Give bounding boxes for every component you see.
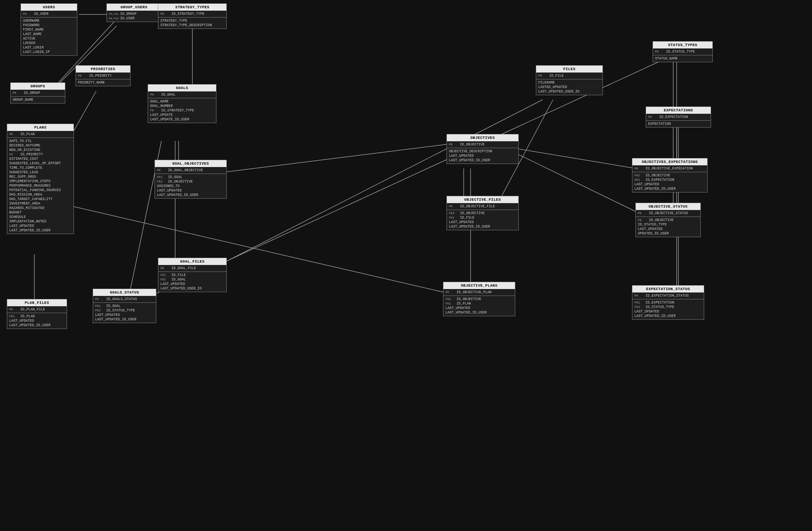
- table-goals-status: GOALS_STATUS PKID_GOALS_STATUS FK1ID_GOA…: [93, 289, 156, 323]
- table-files: FILES PKID_FILE FILENAME LASTED_UPDATED …: [536, 65, 603, 95]
- svg-line-9: [512, 148, 635, 168]
- table-plans: PLANS PKID_PLAN GAPS_TO_FIL DESIRED_OUTC…: [7, 124, 74, 234]
- svg-line-6: [227, 144, 447, 172]
- table-expectation-status: EXPECTATION_STATUS PKID_EXPECTATION_STAT…: [632, 285, 704, 320]
- table-objectives-expectations-header: OBJECTIVES_EXPECTATIONS: [632, 158, 707, 165]
- table-objectives-expectations: OBJECTIVES_EXPECTATIONS PKID_OBJECTIVE_E…: [632, 158, 708, 192]
- table-objectives-header: OBJECTIVES: [447, 134, 518, 141]
- table-objective-plans-header: OBJECTIVE_PLANS: [443, 282, 515, 289]
- table-goals-header: GOALS: [148, 85, 216, 91]
- table-objective-files-header: OBJECTIVE_FILES: [447, 196, 518, 203]
- table-goals: GOALS PKID_GOAL GOAL_NAME GOAL_NUMBER FK…: [148, 84, 216, 123]
- table-groups-header: GROUPS: [11, 83, 65, 90]
- table-expectations: EXPECTATIONS PKID_EXPECTATION EXPECTATIO…: [646, 107, 711, 128]
- table-files-header: FILES: [536, 66, 602, 73]
- table-goal-objectives-header: GOAL_OBJECTIVES: [155, 160, 226, 167]
- table-plans-header: PLANS: [7, 124, 74, 131]
- table-objective-status: OBJECTIVE_STATUS PKID_OBJECTIVE_STATUS F…: [635, 203, 701, 237]
- table-goals-status-header: GOALS_STATUS: [93, 289, 156, 296]
- table-group-users: GROUP_USERS PK,FK1ID_GROUP PK,FK2ID_USER: [106, 3, 161, 22]
- table-plan-files: PLAN_FILES PKID_PLAN_FILE FK1ID_PLAN LAS…: [7, 299, 67, 329]
- svg-line-12: [220, 100, 543, 265]
- table-status-types-header: STATUS_TYPES: [653, 42, 712, 48]
- table-groups: GROUPS PKID_GROUP GROUP_NAME: [10, 82, 65, 103]
- table-strategy-types-header: STRATEGY_TYPES: [158, 4, 226, 11]
- table-priorities: PRIORITIES PKID_PRIORITY PRIORITY_NAME: [76, 65, 131, 86]
- table-goal-objectives: GOAL_OBJECTIVES PKID_GOAL_OBJECTIVE FK1I…: [155, 160, 227, 199]
- er-diagram: USERS PKID_USER USERNAME PASSWORD FIRST_…: [0, 0, 812, 531]
- svg-line-19: [72, 206, 443, 292]
- svg-line-10: [512, 151, 639, 213]
- table-plan-files-header: PLAN_FILES: [7, 299, 67, 306]
- table-expectation-status-header: EXPECTATION_STATUS: [632, 286, 704, 292]
- table-expectations-header: EXPECTATIONS: [646, 107, 711, 114]
- table-objective-plans: OBJECTIVE_PLANS PKID_OBJECTIVE_PLAN FK2I…: [443, 282, 515, 316]
- table-objective-status-header: OBJECTIVE_STATUS: [636, 203, 700, 210]
- table-priorities-header: PRIORITIES: [76, 66, 130, 73]
- table-objectives: OBJECTIVES PKID_OBJECTIVE OBJECTIVE_DESC…: [447, 134, 519, 164]
- table-group-users-header: GROUP_USERS: [107, 4, 161, 11]
- table-users-header: USERS: [21, 4, 77, 11]
- table-status-types: STATUS_TYPES PKID_STATUS_TYPE STATUS_NAM…: [653, 41, 713, 62]
- table-objective-files: OBJECTIVE_FILES PKID_OBJECTIVE_FILE FK2I…: [447, 196, 519, 230]
- table-users: USERS PKID_USER USERNAME PASSWORD FIRST_…: [21, 3, 77, 56]
- table-goal-files-header: GOAL_FILES: [158, 258, 226, 265]
- table-goal-files: GOAL_FILES PKID_GOAL_FILE FK1ID_FILE FK2…: [158, 258, 227, 292]
- table-strategy-types: STRATEGY_TYPES PKID_STRATEGY_TYPE STRATE…: [158, 3, 227, 29]
